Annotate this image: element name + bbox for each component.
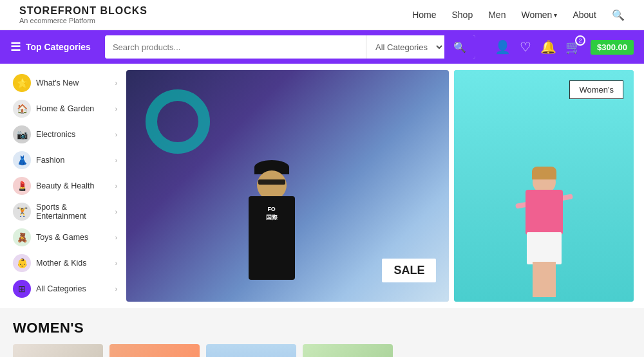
sidebar-item-mother[interactable]: 👶 Mother & Kids › (10, 250, 120, 276)
top-nav: STOREFRONT BLOCKS An ecommerce Platform … (0, 0, 644, 30)
account-button[interactable]: 👤 (495, 39, 511, 55)
purple-bar: ☰ Top Categories All Categories 🔍 👤 ♡ 🔔 … (0, 30, 644, 64)
sidebar: 🌟 What's New › 🏠 Home & Garden › 📷 Elect… (10, 70, 120, 302)
beauty-icon: 💄 (13, 177, 31, 195)
nav-about[interactable]: About (573, 10, 596, 20)
search-btn-icon: 🔍 (453, 41, 466, 53)
cart-button[interactable]: 🛒 2 (565, 39, 582, 55)
product-card-4[interactable] (303, 344, 393, 357)
sidebar-item-whats-new[interactable]: 🌟 What's New › (10, 70, 120, 96)
product-card-3[interactable]: 👗 (206, 344, 296, 357)
hero-area: FO国際 SALE Women's (126, 70, 634, 302)
site-name: STOREFRONT BLOCKS (19, 5, 147, 17)
mother-kids-icon: 👶 (13, 254, 31, 272)
side-person-figure (512, 167, 576, 302)
wishlist-button[interactable]: ♡ (520, 39, 531, 55)
hamburger-icon: ☰ (10, 40, 21, 54)
top-categories-button[interactable]: ☰ Top Categories (10, 40, 91, 54)
sidebar-item-beauty[interactable]: 💄 Beauty & Health › (10, 173, 120, 199)
cart-badge: 2 (575, 35, 585, 46)
electronics-icon: 📷 (13, 125, 31, 143)
whats-new-icon: 🌟 (13, 74, 31, 92)
top-categories-label: Top Categories (26, 42, 91, 52)
main-content: 🌟 What's New › 🏠 Home & Garden › 📷 Elect… (0, 64, 644, 308)
chevron-icon: › (115, 157, 117, 164)
chevron-icon: › (115, 80, 117, 87)
logo-area: STOREFRONT BLOCKS An ecommerce Platform (19, 5, 147, 24)
nav-home[interactable]: Home (412, 10, 436, 20)
nav-shop[interactable]: Shop (451, 10, 473, 20)
hero-main-banner[interactable]: FO国際 SALE (126, 70, 449, 302)
cart-amount[interactable]: $300.00 (591, 40, 634, 55)
all-categories-icon: ⊞ (13, 280, 31, 298)
search-button[interactable]: 🔍 (444, 35, 475, 59)
toys-icon: 🧸 (13, 228, 31, 246)
womens-section-title: WOMEN'S (13, 320, 631, 336)
notifications-button[interactable]: 🔔 (540, 39, 556, 55)
search-area: All Categories 🔍 (105, 35, 475, 59)
chevron-icon: › (115, 234, 117, 241)
sidebar-item-all[interactable]: ⊞ All Categories › (10, 276, 120, 302)
search-icon[interactable]: 🔍 (612, 9, 625, 21)
chevron-icon: › (115, 131, 117, 138)
chevron-icon: › (115, 183, 117, 190)
sidebar-item-home-garden[interactable]: 🏠 Home & Garden › (10, 96, 120, 122)
nav-links: Home Shop Men Women▾ About 🔍 (412, 9, 625, 21)
fashion-icon: 👗 (13, 151, 31, 169)
chevron-icon: › (115, 208, 117, 215)
category-dropdown[interactable]: All Categories (366, 35, 444, 59)
product-card-1[interactable]: 🕶️ (13, 344, 103, 357)
nav-icons: 👤 ♡ 🔔 🛒 2 $300.00 (495, 39, 634, 55)
product-card-2[interactable] (109, 344, 200, 357)
sidebar-item-electronics[interactable]: 📷 Electronics › (10, 122, 120, 147)
chevron-icon: › (115, 286, 117, 293)
search-input[interactable] (105, 35, 366, 59)
chevron-icon: › (115, 260, 117, 267)
hero-person-figure: FO国際 (230, 160, 314, 302)
womens-section: WOMEN'S 🕶️ 👗 (0, 308, 644, 357)
graffiti-decoration (146, 89, 210, 154)
sidebar-item-fashion[interactable]: 👗 Fashion › (10, 147, 120, 173)
site-tagline: An ecommerce Platform (19, 17, 147, 24)
home-garden-icon: 🏠 (13, 100, 31, 118)
hero-side-banner[interactable]: Women's (454, 70, 634, 302)
nav-men[interactable]: Men (488, 10, 506, 20)
sports-icon: 🏋️ (13, 203, 31, 221)
nav-women[interactable]: Women▾ (521, 10, 557, 20)
womens-badge: Women's (569, 80, 623, 99)
sale-badge[interactable]: SALE (382, 259, 436, 282)
sidebar-item-sports[interactable]: 🏋️ Sports & Entertainment › (10, 199, 120, 224)
product-grid: 🕶️ 👗 (13, 344, 631, 357)
chevron-icon: › (115, 105, 117, 113)
sidebar-item-toys[interactable]: 🧸 Toys & Games › (10, 224, 120, 250)
